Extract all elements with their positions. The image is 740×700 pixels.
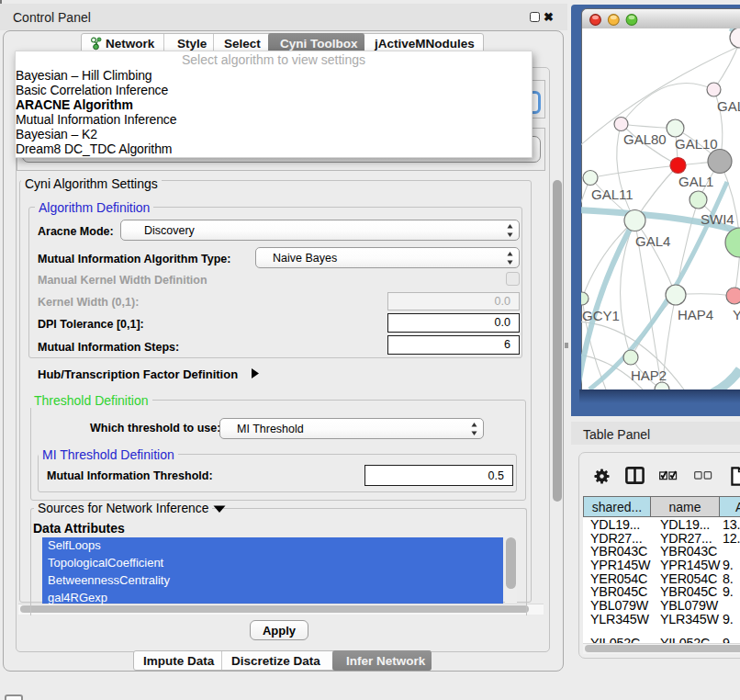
svg-text:GCY1: GCY1	[582, 308, 620, 323]
svg-text:YM: YM	[733, 307, 740, 322]
svg-text:GAL4: GAL4	[635, 233, 670, 249]
svg-text:HAP2: HAP2	[631, 367, 667, 383]
svg-text:GAL2: GAL2	[717, 98, 740, 114]
svg-text:HAP4: HAP4	[678, 307, 713, 322]
svg-text:GAL80: GAL80	[623, 131, 667, 147]
svg-text:GAL1: GAL1	[678, 174, 713, 189]
svg-text:SWI4: SWI4	[701, 211, 734, 227]
svg-text:GAL11: GAL11	[591, 186, 633, 202]
svg-text:GAL10: GAL10	[675, 136, 718, 152]
